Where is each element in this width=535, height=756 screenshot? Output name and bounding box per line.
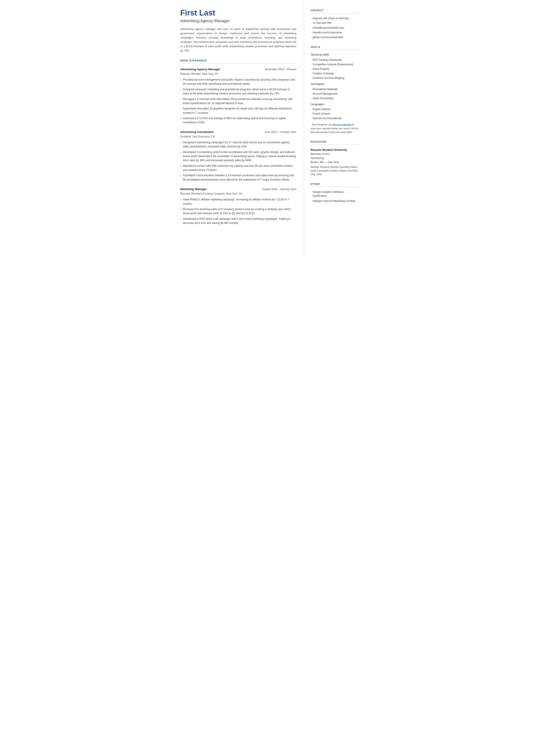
bullet: Maintained contact with 300 customers by… [180, 164, 296, 172]
edu-school: Resume Worded University [311, 148, 359, 152]
contact-header: CONTACT [311, 9, 359, 14]
other-header: OTHER [311, 182, 359, 187]
job-company-2: Growthsi, San Francisco, CA [180, 135, 296, 139]
edu-awards: Awards: Resume Worded Teaching Fellow (o… [311, 165, 359, 176]
bullet: Achieved a 0.72 ROI and savings of 80% b… [180, 116, 296, 125]
skill-item: Customer Journey Mapping [311, 76, 359, 80]
contact-item: Augusta, ME (Open to Remote) [311, 16, 359, 20]
other-item: HubSpot Inbound Marketing Certified. [311, 199, 359, 203]
job-dates-2: June 2013 – October 2015 [265, 130, 296, 134]
bullet: Designed 8 advertising campaigns for 17 … [180, 140, 296, 149]
job-title-row-3: Marketing Manager August 2010 – January … [180, 187, 296, 191]
job-bullets-3: Grew RWEC's affiliate marketing campaign… [180, 197, 296, 225]
job-bullets-1: Provided account management and public r… [180, 78, 296, 125]
job-title-1: Advertising Agency Manager [180, 67, 220, 72]
edu-location: Boston, MA — July 2010 [311, 160, 359, 164]
skill-item: English (Native) [311, 107, 359, 111]
contact-item: +1-234-456-789 [311, 21, 359, 25]
job-block-1: Advertising Agency Manager November 2015… [180, 67, 296, 125]
job-bullets-2: Designed 8 advertising campaigns for 17 … [180, 140, 296, 182]
job-company-1: Resume Worded, New York, NY [180, 72, 296, 76]
skill-item: German (Conversational) [311, 116, 359, 120]
promo-note: · Don't forget to use Resume Worded to s… [311, 123, 359, 134]
skill-item: Account Management [311, 92, 359, 96]
technical-skills-list: ROI Tracking (Advanced) Competitive Anal… [311, 58, 359, 80]
job-title-3: Marketing Manager [180, 187, 207, 191]
other-item: Google Analytics Individual Qualificatio… [311, 190, 359, 198]
languages-list: English (Native) French (Fluent) German … [311, 107, 359, 120]
contact-item: github.com/resumeworded [311, 35, 359, 39]
skill-item: French (Fluent) [311, 112, 359, 116]
contact-list: Augusta, ME (Open to Remote) +1-234-456-… [311, 16, 359, 39]
bullet: Facilitated communication between a 15-m… [180, 173, 296, 182]
skills-header: SKILLS [311, 45, 359, 50]
left-column: First Last Advertising Agency Manager Ad… [171, 0, 304, 258]
skill-item: Client Projects [311, 67, 359, 71]
candidate-title: Advertising Agency Manager [180, 18, 296, 24]
resume-page: First Last Advertising Agency Manager Ad… [171, 0, 364, 258]
skill-item: ROI Tracking (Advanced) [311, 58, 359, 62]
skills-techniques-label: Techniques: [311, 82, 359, 86]
bullet: Managed a 5-member team that edited 200 … [180, 97, 296, 105]
work-experience-header: WORK EXPERIENCE [180, 59, 296, 64]
skill-item: Sales Forecasting [311, 96, 359, 100]
other-list: Google Analytics Individual Qualificatio… [311, 190, 359, 203]
bullet: Prepared consumer marketing and promotio… [180, 87, 296, 96]
job-dates-1: November 2015 – Present [265, 68, 296, 72]
edu-field: Advertising [311, 156, 359, 160]
skill-item: Competitive Analysis (Experienced) [311, 63, 359, 66]
bullet: Supervised and aided 10 graphics designe… [180, 107, 296, 115]
job-title-row-2: Advertising Coordinator June 2013 – Octo… [180, 130, 296, 134]
techniques-list: Promotional Materials Account Management… [311, 87, 359, 100]
skill-item: Creative Concepts [311, 72, 359, 75]
contact-item: email@resumeworded.com [311, 26, 359, 30]
job-company-3: Resume Worded's Exciting Company, New Yo… [180, 192, 296, 196]
bullet: Grew RWEC's affiliate marketing campaign… [180, 197, 296, 206]
job-block-3: Marketing Manager August 2010 – January … [180, 187, 296, 225]
job-title-row-1: Advertising Agency Manager November 2015… [180, 67, 296, 72]
contact-item: linkedin.com/in/username [311, 31, 359, 35]
job-title-2: Advertising Coordinator [180, 130, 214, 134]
job-block-2: Advertising Coordinator June 2013 – Octo… [180, 130, 296, 182]
summary-text: Advertising agency manager with over 10 … [180, 27, 296, 53]
bullet: Substituted a DOA direct mail campaign w… [180, 217, 296, 225]
skills-technical-label: Technical Skills: [311, 53, 359, 57]
resume-worded-link[interactable]: Resume Worded [333, 123, 351, 126]
bullet: Developed 3 scheduling systems that coor… [180, 150, 296, 163]
right-column: CONTACT Augusta, ME (Open to Remote) +1-… [304, 0, 364, 258]
skill-item: Promotional Materials [311, 87, 359, 91]
job-dates-3: August 2010 – January 2013 [262, 187, 296, 191]
edu-degree: Bachelor of Arts [311, 152, 359, 156]
bullet: Reversed the declining sales of 5 compan… [180, 207, 296, 216]
bullet: Provided account management and public r… [180, 78, 296, 86]
education-header: EDUCATION [311, 140, 359, 145]
skills-languages-label: Languages: [311, 102, 359, 106]
candidate-name: First Last [180, 9, 296, 17]
